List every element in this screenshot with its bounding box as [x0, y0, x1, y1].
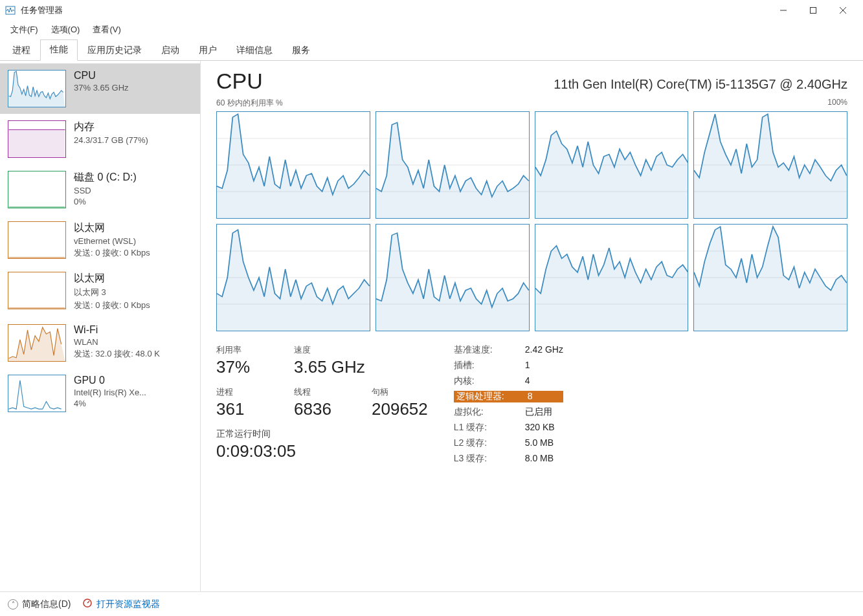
resmon-label: 打开资源监视器: [96, 599, 160, 610]
thumb-chart: [8, 120, 66, 158]
app-icon: [5, 5, 16, 16]
proc-value: 361: [216, 399, 268, 419]
sidebar-item-sub: SSD: [74, 186, 194, 195]
thumb-chart: [8, 70, 66, 107]
core-chart-5[interactable]: [375, 224, 530, 331]
sidebar-item-title: 磁盘 0 (C: D:): [74, 171, 194, 184]
sidebar-item-sub: WLAN: [74, 337, 194, 347]
sidebar-item-title: 内存: [74, 120, 194, 134]
chart-axis-labels: 60 秒内的利用率 % 100%: [216, 98, 847, 109]
content-header: CPU 11th Gen Intel(R) Core(TM) i5-1135G7…: [216, 69, 847, 94]
menu-view[interactable]: 查看(V): [86, 21, 127, 38]
handle-label: 句柄: [372, 386, 428, 398]
sidebar-item-sub2: 发送: 0 接收: 0 Kbps: [74, 247, 194, 259]
l3-value: 8.0 MB: [525, 453, 554, 465]
chevron-up-icon: ˄: [8, 599, 18, 610]
cpu-heading: CPU: [216, 69, 263, 94]
footer: ˄ 简略信息(D) 打开资源监视器: [0, 591, 863, 616]
base-speed-label: 基准速度:: [454, 344, 525, 356]
chart-label-right: 100%: [827, 98, 847, 109]
menu-file[interactable]: 文件(F): [4, 21, 45, 38]
core-chart-0[interactable]: [216, 111, 370, 219]
speed-label: 速度: [294, 344, 365, 356]
sidebar-item-2[interactable]: 磁盘 0 (C: D:)SSD0%: [0, 164, 200, 215]
core-chart-6[interactable]: [535, 224, 689, 331]
svg-line-41: [87, 601, 89, 603]
proc-label: 进程: [216, 386, 268, 398]
brief-info-link[interactable]: ˄ 简略信息(D): [8, 599, 71, 610]
core-chart-7[interactable]: [693, 224, 847, 331]
sidebar-item-sub2: 发送: 32.0 接收: 48.0 K: [74, 348, 194, 360]
sidebar-item-4[interactable]: 以太网以太网 3发送: 0 接收: 0 Kbps: [0, 265, 200, 318]
thread-value: 6836: [294, 399, 346, 419]
tab-users[interactable]: 用户: [189, 40, 227, 61]
cores-value: 4: [525, 375, 530, 387]
core-chart-2[interactable]: [535, 111, 689, 219]
tab-app-history[interactable]: 应用历史记录: [78, 40, 151, 61]
virt-label: 虚拟化:: [454, 406, 525, 418]
tab-details[interactable]: 详细信息: [227, 40, 282, 61]
thread-label: 线程: [294, 386, 346, 398]
sidebar-item-sub2: 发送: 0 接收: 0 Kbps: [74, 300, 194, 311]
brief-info-label: 简略信息(D): [22, 599, 71, 610]
svg-marker-19: [535, 131, 688, 218]
svg-marker-39: [694, 226, 847, 331]
sidebar-item-sub: vEthernet (WSL): [74, 236, 194, 246]
content: CPU 11th Gen Intel(R) Core(TM) i5-1135G7…: [201, 61, 863, 591]
resource-monitor-link[interactable]: 打开资源监视器: [82, 598, 160, 610]
thumb-chart: [8, 171, 66, 208]
close-button[interactable]: [828, 0, 858, 21]
sidebar-item-title: GPU 0: [74, 375, 194, 386]
thumb-chart: [8, 272, 66, 309]
svg-marker-7: [9, 327, 65, 361]
stats-right: 基准速度:2.42 GHz 插槽:1 内核:4 逻辑处理器:8 虚拟化:已启用 …: [454, 344, 563, 465]
sidebar-item-5[interactable]: Wi-FiWLAN发送: 32.0 接收: 48.0 K: [0, 318, 200, 368]
sockets-label: 插槽:: [454, 360, 525, 371]
l2-value: 5.0 MB: [525, 437, 554, 449]
sockets-value: 1: [525, 360, 530, 371]
l3-label: L3 缓存:: [454, 453, 525, 465]
logical-row-highlight: 逻辑处理器:8: [454, 391, 563, 402]
l1-value: 320 KB: [525, 422, 555, 434]
cpu-model: 11th Gen Intel(R) Core(TM) i5-1135G7 @ 2…: [554, 77, 847, 92]
svg-marker-27: [217, 230, 370, 331]
thumb-chart: [8, 221, 66, 259]
core-chart-grid: [216, 111, 847, 331]
tab-services[interactable]: 服务: [282, 40, 320, 61]
core-chart-4[interactable]: [216, 224, 370, 331]
sidebar-item-sub: Intel(R) Iris(R) Xe...: [74, 388, 194, 397]
minimize-button[interactable]: [768, 0, 798, 21]
tab-processes[interactable]: 进程: [3, 40, 40, 61]
tab-performance[interactable]: 性能: [40, 39, 78, 61]
sidebar-item-sub: 以太网 3: [74, 287, 194, 298]
sidebar-item-title: Wi-Fi: [74, 324, 194, 336]
logical-value: 8: [528, 391, 533, 402]
maximize-button[interactable]: [798, 0, 828, 21]
sidebar-item-3[interactable]: 以太网vEthernet (WSL)发送: 0 接收: 0 Kbps: [0, 215, 200, 265]
core-chart-1[interactable]: [375, 111, 530, 219]
resmon-icon: [82, 598, 93, 610]
menu-options[interactable]: 选项(O): [45, 21, 87, 38]
titlebar: 任务管理器: [0, 0, 863, 21]
tab-startup[interactable]: 启动: [151, 40, 189, 61]
sidebar-item-sub: 37% 3.65 GHz: [74, 83, 194, 93]
cores-label: 内核:: [454, 375, 525, 387]
uptime-value: 0:09:03:05: [216, 441, 428, 461]
sidebar-item-sub2: 4%: [74, 399, 194, 408]
sidebar-item-title: 以太网: [74, 272, 194, 285]
thumb-chart: [8, 375, 66, 412]
sidebar-item-sub2: 0%: [74, 197, 194, 206]
main: CPU37% 3.65 GHz内存24.3/31.7 GB (77%)磁盘 0 …: [0, 61, 863, 591]
sidebar-item-1[interactable]: 内存24.3/31.7 GB (77%): [0, 114, 200, 164]
stats: 利用率 37% 速度 3.65 GHz 进程 361 线程 68: [216, 344, 847, 465]
window-title: 任务管理器: [21, 5, 63, 16]
tabbar: 进程 性能 应用历史记录 启动 用户 详细信息 服务: [0, 39, 863, 61]
core-chart-3[interactable]: [693, 111, 847, 219]
chart-label-left: 60 秒内的利用率 %: [216, 98, 283, 109]
svg-rect-6: [9, 130, 65, 157]
sidebar-item-6[interactable]: GPU 0Intel(R) Iris(R) Xe...4%: [0, 368, 200, 419]
sidebar-item-0[interactable]: CPU37% 3.65 GHz: [0, 63, 200, 114]
logical-label: 逻辑处理器:: [456, 391, 528, 402]
sidebar-item-title: CPU: [74, 70, 194, 82]
base-speed-value: 2.42 GHz: [525, 344, 563, 356]
